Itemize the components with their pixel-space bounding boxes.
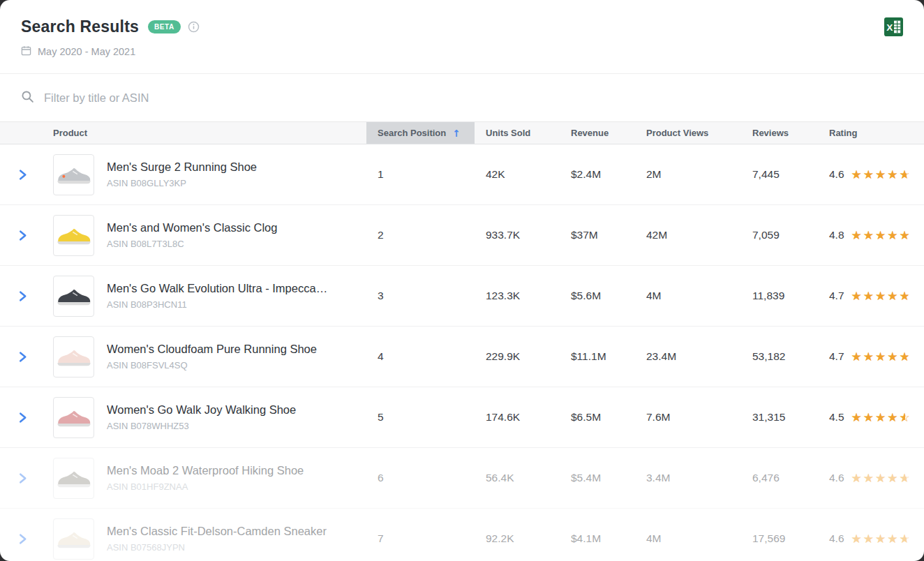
product-image — [53, 458, 94, 499]
info-icon[interactable] — [188, 21, 200, 33]
table-row: Men's Classic Fit-Delson-Camden Sneaker … — [0, 509, 924, 561]
product-title: Men's Moab 2 Waterproof Hiking Shoe — [107, 464, 304, 477]
expand-chevron-icon[interactable] — [18, 169, 27, 181]
search-position-value: 7 — [366, 532, 475, 545]
reviews-value: 53,182 — [741, 350, 818, 363]
table-row: Women's Go Walk Joy Walking Shoe ASIN B0… — [0, 387, 924, 448]
revenue-value: $37M — [560, 229, 635, 241]
star-rating-icon: ☆☆☆☆☆ ★★★★★ — [851, 230, 911, 241]
header-rating[interactable]: Rating — [818, 122, 924, 144]
product-image — [53, 276, 94, 317]
units-sold-value: 174.6K — [475, 411, 560, 424]
sort-asc-icon: ↑ — [452, 128, 460, 139]
svg-text:X: X — [886, 22, 893, 33]
date-range: May 2020 - May 2021 — [38, 46, 135, 57]
product-title: Men's Classic Fit-Delson-Camden Sneaker — [107, 525, 327, 538]
expand-chevron-icon[interactable] — [18, 290, 27, 302]
page-header: Search Results BETA X — [0, 0, 924, 73]
product-image — [53, 336, 94, 377]
revenue-value: $5.6M — [560, 290, 635, 302]
header-search-position-label: Search Position — [378, 128, 446, 138]
table-row: Men's Surge 2 Running Shoe ASIN B08GLLY3… — [0, 144, 924, 205]
header-reviews[interactable]: Reviews — [741, 122, 818, 144]
beta-badge: BETA — [148, 20, 181, 33]
star-rating-icon: ☆☆☆☆☆ ★★★★★ — [851, 412, 911, 424]
product-title: Men's Go Walk Evolution Ultra - Impecca… — [107, 282, 327, 295]
units-sold-value: 123.3K — [475, 290, 560, 302]
calendar-icon — [21, 45, 31, 58]
header-revenue[interactable]: Revenue — [560, 122, 635, 144]
product-views-value: 7.6M — [635, 411, 741, 424]
rating-value: 4.7 — [829, 350, 844, 363]
rating-value: 4.6 — [829, 532, 844, 545]
product-views-value: 4M — [635, 532, 741, 545]
search-results-page: Search Results BETA X — [0, 0, 924, 561]
product-image — [53, 215, 94, 256]
product-image — [53, 154, 94, 195]
table-header-row: Product Search Position ↑ Units Sold Rev… — [0, 121, 924, 144]
table-row: Men's Moab 2 Waterproof Hiking Shoe ASIN… — [0, 448, 924, 509]
header-product[interactable]: Product — [45, 122, 366, 144]
table-row: Men's Go Walk Evolution Ultra - Impecca…… — [0, 266, 924, 327]
product-asin: ASIN B08FSVL4SQ — [107, 360, 317, 371]
expand-chevron-icon[interactable] — [18, 230, 27, 241]
search-position-value: 4 — [366, 350, 475, 363]
expand-chevron-icon[interactable] — [18, 533, 27, 545]
product-views-value: 23.4M — [635, 350, 741, 363]
rating-value: 4.6 — [829, 168, 844, 181]
filter-bar — [0, 73, 924, 121]
search-position-value: 1 — [366, 168, 475, 181]
product-views-value: 3.4M — [635, 472, 741, 484]
revenue-value: $11.1M — [560, 350, 635, 363]
revenue-value: $2.4M — [560, 168, 635, 181]
star-rating-icon: ☆☆☆☆☆ ★★★★★ — [851, 169, 911, 181]
product-asin: ASIN B01HF9ZNAA — [107, 481, 304, 492]
star-rating-icon: ☆☆☆☆☆ ★★★★★ — [851, 533, 911, 545]
results-table: Product Search Position ↑ Units Sold Rev… — [0, 121, 924, 561]
reviews-value: 7,059 — [741, 229, 818, 241]
star-rating-icon: ☆☆☆☆☆ ★★★★★ — [851, 472, 911, 484]
product-asin: ASIN B08L7T3L8C — [107, 239, 277, 249]
header-units-sold[interactable]: Units Sold — [475, 122, 560, 144]
expand-chevron-icon[interactable] — [18, 472, 27, 484]
rating-value: 4.5 — [829, 411, 844, 424]
product-asin: ASIN B078WHHZ53 — [107, 421, 296, 431]
product-views-value: 42M — [635, 229, 741, 241]
units-sold-value: 92.2K — [475, 532, 560, 545]
search-position-value: 3 — [366, 290, 475, 302]
units-sold-value: 42K — [475, 168, 560, 181]
product-asin: ASIN B07568JYPN — [107, 542, 327, 553]
product-title: Women's Cloudfoam Pure Running Shoe — [107, 343, 317, 356]
product-title: Men's and Women's Classic Clog — [107, 221, 277, 234]
reviews-value: 7,445 — [741, 168, 818, 181]
reviews-value: 6,476 — [741, 472, 818, 484]
units-sold-value: 56.4K — [475, 472, 560, 484]
expand-chevron-icon[interactable] — [18, 412, 27, 424]
product-views-value: 2M — [635, 168, 741, 181]
header-product-views[interactable]: Product Views — [635, 122, 741, 144]
excel-export-button[interactable]: X — [884, 17, 903, 36]
rating-value: 4.6 — [829, 472, 844, 484]
filter-input[interactable] — [43, 91, 903, 105]
revenue-value: $6.5M — [560, 411, 635, 424]
units-sold-value: 933.7K — [475, 229, 560, 241]
table-row: Men's and Women's Classic Clog ASIN B08L… — [0, 205, 924, 266]
table-row: Women's Cloudfoam Pure Running Shoe ASIN… — [0, 327, 924, 387]
table-body: Men's Surge 2 Running Shoe ASIN B08GLLY3… — [0, 144, 924, 561]
product-image — [53, 397, 94, 438]
expand-chevron-icon[interactable] — [18, 351, 27, 363]
units-sold-value: 229.9K — [475, 350, 560, 363]
revenue-value: $4.1M — [560, 532, 635, 545]
search-position-value: 5 — [366, 411, 475, 424]
reviews-value: 17,569 — [741, 532, 818, 545]
reviews-value: 31,315 — [741, 411, 818, 424]
revenue-value: $5.4M — [560, 472, 635, 484]
header-expand-spacer — [0, 122, 45, 144]
product-title: Men's Surge 2 Running Shoe — [107, 160, 257, 174]
search-icon — [21, 90, 34, 106]
header-search-position[interactable]: Search Position ↑ — [366, 122, 475, 144]
product-title: Women's Go Walk Joy Walking Shoe — [107, 403, 296, 417]
product-image — [53, 518, 94, 560]
page-title: Search Results — [21, 17, 139, 36]
product-views-value: 4M — [635, 290, 741, 302]
